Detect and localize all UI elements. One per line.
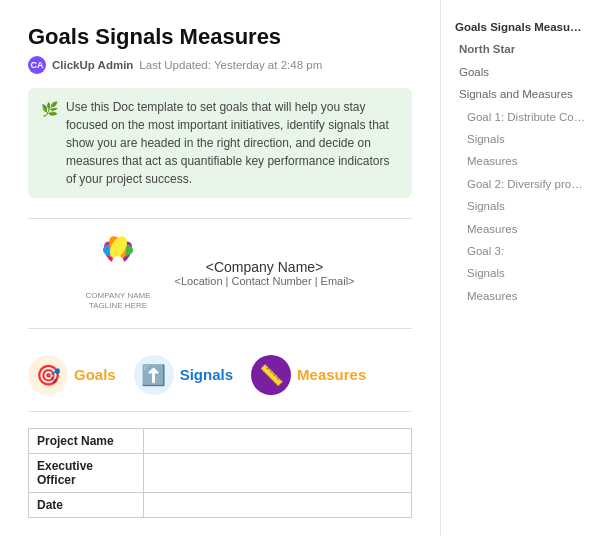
avatar: CA [28, 56, 46, 74]
measures-emoji: 📏 [259, 363, 284, 387]
measures-label: Measures [297, 366, 366, 383]
signals-label: Signals [180, 366, 233, 383]
info-banner: 🌿 Use this Doc template to set goals tha… [28, 88, 412, 198]
signals-circle: ⬆️ [134, 355, 174, 395]
sidebar-item-goal1-measures[interactable]: Measures [451, 150, 590, 172]
measures-icon-item: 📏 Measures [251, 355, 366, 395]
date-value[interactable] [144, 492, 412, 517]
sidebar-item-signals-measures[interactable]: Signals and Measures [451, 83, 590, 105]
project-name-label: Project Name [29, 428, 144, 453]
executive-officer-value[interactable] [144, 453, 412, 492]
sidebar: Goals Signals Measures North Star Goals … [440, 0, 600, 536]
banner-text: Use this Doc template to set goals that … [66, 98, 399, 188]
sidebar-item-northstar[interactable]: North Star [451, 38, 590, 60]
signals-emoji: ⬆️ [141, 363, 166, 387]
main-content: Goals Signals Measures CA ClickUp Admin … [0, 0, 440, 536]
table-row-date: Date [29, 492, 412, 517]
goals-emoji: 🎯 [36, 363, 61, 387]
company-logo-text: COMPANY NAME TAGLINE HERE [85, 291, 150, 312]
banner-icon: 🌿 [41, 99, 58, 120]
sidebar-item-goal2-measures[interactable]: Measures [451, 218, 590, 240]
sidebar-item-goal3-measures[interactable]: Measures [451, 285, 590, 307]
company-card: COMPANY NAME TAGLINE HERE <Company Name>… [28, 218, 412, 329]
company-logo-area: COMPANY NAME TAGLINE HERE [85, 235, 150, 312]
project-name-value[interactable] [144, 428, 412, 453]
sidebar-item-goal2-signals[interactable]: Signals [451, 195, 590, 217]
meta-row: CA ClickUp Admin Last Updated: Yesterday… [28, 56, 412, 74]
table-row-officer: Executive Officer [29, 453, 412, 492]
author-name: ClickUp Admin [52, 59, 133, 71]
sidebar-item-goal1-signals[interactable]: Signals [451, 128, 590, 150]
executive-officer-label: Executive Officer [29, 453, 144, 492]
sidebar-item-goal3[interactable]: Goal 3: [451, 240, 590, 262]
page-title: Goals Signals Measures [28, 24, 412, 50]
goals-icon-item: 🎯 Goals [28, 355, 116, 395]
date-label: Date [29, 492, 144, 517]
goals-label: Goals [74, 366, 116, 383]
company-details: <Location | Contact Number | Email> [175, 275, 355, 287]
sidebar-item-goals[interactable]: Goals [451, 61, 590, 83]
sidebar-item-goal3-signals[interactable]: Signals [451, 262, 590, 284]
company-name: <Company Name> [175, 259, 355, 275]
signals-icon-item: ⬆️ Signals [134, 355, 233, 395]
sidebar-item-goal2[interactable]: Goal 2: Diversify products across all l.… [451, 173, 590, 195]
info-table: Project Name Executive Officer Date [28, 428, 412, 518]
icons-row: 🎯 Goals ⬆️ Signals 📏 Measures [28, 345, 412, 412]
company-info: <Company Name> <Location | Contact Numbe… [175, 259, 355, 287]
goals-circle: 🎯 [28, 355, 68, 395]
table-row-project: Project Name [29, 428, 412, 453]
last-updated: Last Updated: Yesterday at 2:48 pm [139, 59, 322, 71]
measures-circle: 📏 [251, 355, 291, 395]
sidebar-item-title[interactable]: Goals Signals Measures [451, 16, 590, 38]
svg-point-6 [112, 256, 124, 268]
sidebar-item-goal1[interactable]: Goal 1: Distribute Company XYZ cand... [451, 106, 590, 128]
company-logo [86, 235, 150, 289]
